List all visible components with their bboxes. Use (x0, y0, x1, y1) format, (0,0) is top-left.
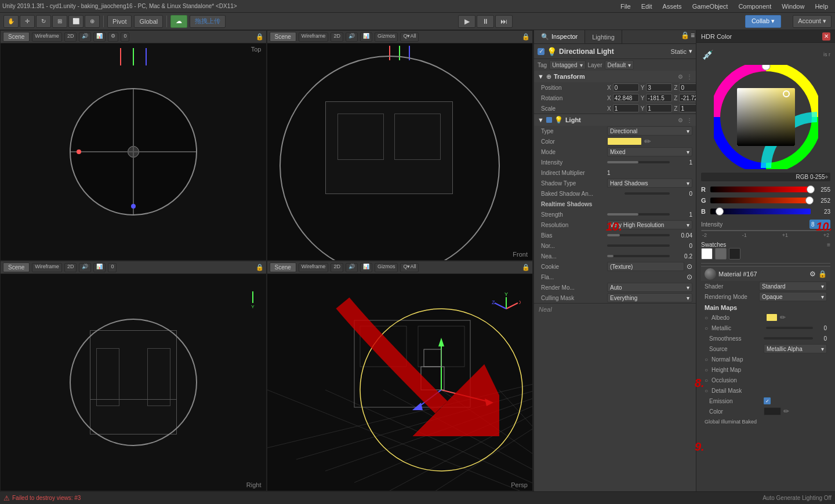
flare-select-icon[interactable]: ⊙ (687, 273, 692, 281)
rot-y-input[interactable] (646, 94, 672, 102)
menu-window[interactable]: Window (777, 2, 809, 11)
pos-y-input[interactable] (646, 83, 672, 92)
insp-menu-icon[interactable]: ≡ (691, 31, 695, 42)
object-enabled-checkbox[interactable]: ✓ (538, 48, 544, 55)
light-enabled[interactable] (546, 117, 552, 123)
scene-content-front[interactable]: Front (267, 43, 533, 260)
smoothness-slider[interactable] (764, 337, 813, 339)
transform-opts[interactable]: ⋮ (687, 74, 692, 80)
rot-x-input[interactable] (613, 94, 639, 102)
menu-edit[interactable]: Edit (637, 2, 657, 11)
tab-inspector[interactable]: 🔍 Inspector (534, 30, 585, 43)
audio-btn-persp[interactable]: 🔊 (346, 263, 358, 272)
emission-color-swatch[interactable] (764, 407, 781, 415)
swatches-menu[interactable]: ≡ (827, 242, 830, 248)
pos-z-input[interactable] (679, 83, 696, 92)
view-2d-top[interactable]: 2D (64, 32, 77, 42)
scale-x-input[interactable] (613, 104, 639, 112)
stats-btn-right[interactable]: 📊 (93, 263, 106, 272)
account-btn[interactable]: Account ▾ (793, 15, 832, 28)
render-mode-select[interactable]: Auto ▾ (607, 283, 692, 292)
type-select[interactable]: Directional ▾ (607, 126, 692, 136)
collab-btn[interactable]: Collab ▾ (745, 15, 781, 28)
scale-z-input[interactable] (679, 104, 696, 112)
rendering-mode-select[interactable]: Opaque ▾ (759, 292, 827, 301)
view-2d-front[interactable]: 2D (331, 32, 343, 42)
albedo-color-swatch[interactable] (766, 313, 778, 322)
color-edit-icon[interactable]: ✏ (644, 137, 651, 146)
view-2d-right[interactable]: 2D (64, 263, 77, 272)
pivot-btn[interactable]: Pivot (107, 15, 132, 28)
scene-tab-right[interactable]: Scene (3, 262, 30, 272)
static-dropdown-icon[interactable]: ▾ (689, 48, 692, 55)
mode-select[interactable]: Mixed ▾ (607, 147, 692, 156)
menu-file[interactable]: File (616, 2, 636, 11)
shader-select[interactable]: Standard ▾ (759, 282, 827, 291)
rotate-tool-btn[interactable]: ↻ (36, 15, 51, 28)
collab-icon-btn[interactable]: ☁ (170, 15, 187, 28)
scene-content-right[interactable]: Y Right (1, 274, 266, 491)
hdr-close-btn[interactable]: ✕ (822, 32, 830, 41)
wireframe-selector-top[interactable]: Wireframe (32, 32, 62, 42)
cookie-select-icon[interactable]: ⊙ (687, 262, 692, 271)
gizmos-all-persp[interactable]: Q▾All (400, 263, 419, 272)
audio-btn-front[interactable]: 🔊 (346, 32, 358, 42)
share-btn[interactable]: 拖拽上传 (190, 15, 226, 28)
scale-y-input[interactable] (646, 104, 672, 112)
menu-help[interactable]: Help (810, 2, 833, 11)
step-btn[interactable]: ⏭ (495, 15, 513, 28)
material-lock[interactable]: 🔒 (818, 270, 827, 278)
audio-btn-top[interactable]: 🔊 (79, 32, 91, 42)
scene-tab-persp[interactable]: Scene (270, 262, 296, 272)
play-btn[interactable]: ▶ (458, 15, 475, 28)
g-channel-bar[interactable] (710, 198, 811, 203)
light-header[interactable]: ▼ 💡 Light ⚙ ⋮ (534, 114, 696, 126)
rect-tool-btn[interactable]: ⬜ (68, 15, 84, 28)
culling-mask-select[interactable]: Everything ▾ (607, 293, 692, 302)
pos-x-input[interactable] (613, 83, 639, 92)
wireframe-selector-persp[interactable]: Wireframe (299, 263, 329, 272)
transform-tool-btn[interactable]: ⊕ (85, 15, 100, 28)
hand-tool-btn[interactable]: ✋ (3, 15, 19, 28)
eyedropper-btn[interactable]: 💉 (701, 48, 715, 61)
scene-tab-front[interactable]: Scene (270, 32, 296, 42)
rgb-mode-selector[interactable]: RGB 0-255÷ (701, 173, 830, 181)
resolution-select[interactable]: Very High Resolution ▾ (607, 220, 692, 229)
emission-color-edit[interactable]: ✏ (783, 407, 789, 415)
albedo-edit-icon[interactable]: ✏ (780, 313, 786, 322)
scene-content-persp[interactable]: X Y Z Persp (267, 274, 533, 491)
swatch-dark[interactable] (729, 248, 740, 260)
cookie-select[interactable]: (Texture) (607, 262, 684, 271)
source-select[interactable]: Metallic Alpha ▾ (764, 344, 827, 353)
transform-gear[interactable]: ⚙ (677, 72, 684, 81)
emission-checkbox[interactable]: ✓ (764, 397, 771, 404)
scene-tab-top[interactable]: Scene (3, 32, 30, 42)
gizmos-btn-persp[interactable]: Gizmos (375, 263, 398, 272)
gizmos-btn-front[interactable]: Gizmos (375, 32, 398, 42)
menu-assets[interactable]: Assets (658, 2, 687, 11)
bias-slider[interactable] (607, 234, 670, 236)
rot-z-input[interactable] (679, 94, 696, 102)
r-channel-bar[interactable] (710, 187, 811, 192)
menu-gameobject[interactable]: GameObject (688, 2, 733, 11)
global-btn[interactable]: Global (134, 15, 163, 28)
menu-component[interactable]: Component (734, 2, 776, 11)
wireframe-selector-right[interactable]: Wireframe (32, 263, 62, 272)
scale-tool-btn[interactable]: ⊞ (52, 15, 67, 28)
transform-header[interactable]: ▼ ⊕ Transform ⚙ ⋮ (534, 71, 696, 82)
pause-btn[interactable]: ⏸ (477, 15, 494, 28)
view-2d-persp[interactable]: 2D (331, 263, 343, 272)
normal-slider[interactable] (607, 244, 670, 247)
shadow-type-select[interactable]: Hard Shadows ▾ (607, 178, 692, 188)
lock-btn-right[interactable]: 🔒 (256, 264, 264, 271)
stats-btn-top[interactable]: 📊 (93, 32, 106, 42)
stats-btn-persp[interactable]: 📊 (360, 263, 372, 272)
light-gear[interactable]: ⚙ (677, 116, 684, 125)
metallic-slider[interactable] (766, 327, 813, 329)
near-slider[interactable] (607, 255, 670, 257)
audio-btn-right[interactable]: 🔊 (79, 263, 91, 272)
baked-shadow-slider[interactable] (625, 192, 670, 195)
b-channel-bar[interactable] (710, 209, 811, 214)
light-opts[interactable]: ⋮ (687, 117, 692, 123)
layer-dropdown[interactable]: Default ▾ (605, 60, 634, 70)
